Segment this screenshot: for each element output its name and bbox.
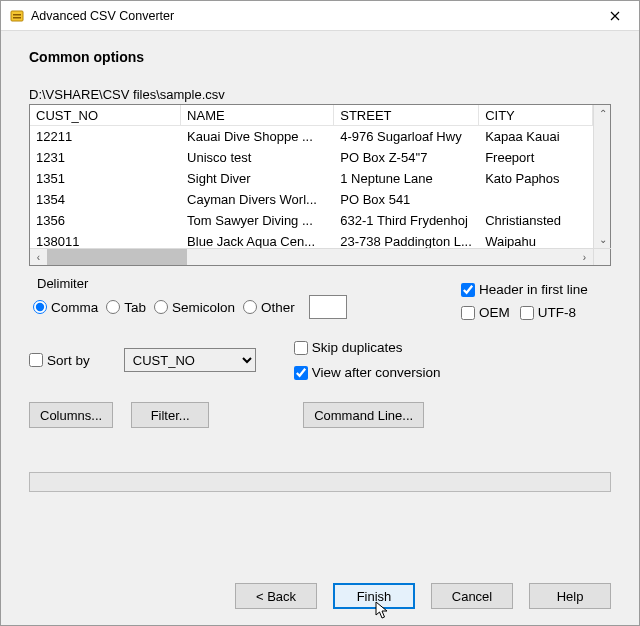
column-header[interactable]: CITY bbox=[479, 105, 593, 126]
check-header-first-line[interactable]: Header in first line bbox=[461, 282, 611, 297]
column-header[interactable]: NAME bbox=[181, 105, 334, 126]
table-row[interactable]: 1354 Cayman Divers Worl... PO Box 541 bbox=[30, 189, 593, 210]
vertical-scrollbar[interactable]: ⌃ ⌄ bbox=[593, 105, 610, 265]
help-button[interactable]: Help bbox=[529, 583, 611, 609]
filter-button[interactable]: Filter... bbox=[131, 402, 209, 428]
preview-table: CUST_NO NAME STREET CITY 12211 Kauai Div… bbox=[29, 104, 611, 266]
delimiter-label: Delimiter bbox=[37, 276, 461, 291]
table-row[interactable]: 12211 Kauai Dive Shoppe ... 4-976 Sugarl… bbox=[30, 126, 593, 147]
radio-tab[interactable]: Tab bbox=[106, 300, 146, 315]
table-row[interactable]: 1351 Sight Diver 1 Neptune Lane Kato Pap… bbox=[30, 168, 593, 189]
column-header[interactable]: CUST_NO bbox=[30, 105, 181, 126]
radio-semicolon[interactable]: Semicolon bbox=[154, 300, 235, 315]
svg-rect-0 bbox=[11, 11, 23, 21]
scroll-right-icon[interactable]: › bbox=[576, 249, 593, 265]
table-header-row: CUST_NO NAME STREET CITY bbox=[30, 105, 593, 126]
scroll-up-icon[interactable]: ⌃ bbox=[594, 105, 611, 122]
check-sort-by[interactable]: Sort by bbox=[29, 353, 90, 368]
horizontal-scrollbar[interactable]: ‹ › bbox=[30, 248, 593, 265]
check-view-after[interactable]: View after conversion bbox=[294, 365, 441, 380]
sort-field-combo[interactable]: CUST_NO bbox=[124, 348, 256, 372]
other-delimiter-input[interactable] bbox=[309, 295, 347, 319]
scroll-down-icon[interactable]: ⌄ bbox=[594, 231, 611, 248]
radio-other[interactable]: Other bbox=[243, 300, 295, 315]
progress-bar bbox=[29, 472, 611, 492]
finish-button[interactable]: Finish bbox=[333, 583, 415, 609]
file-path: D:\VSHARE\CSV files\sample.csv bbox=[29, 87, 611, 102]
wizard-footer: < Back Finish Cancel Help bbox=[1, 569, 639, 625]
svg-rect-2 bbox=[13, 17, 21, 19]
scroll-left-icon[interactable]: ‹ bbox=[30, 249, 47, 265]
titlebar: Advanced CSV Converter bbox=[1, 1, 639, 31]
cancel-button[interactable]: Cancel bbox=[431, 583, 513, 609]
main-window: Advanced CSV Converter Common options D:… bbox=[0, 0, 640, 626]
section-title: Common options bbox=[1, 31, 639, 87]
check-oem[interactable]: OEM bbox=[461, 305, 510, 320]
table-row[interactable]: 1356 Tom Sawyer Diving ... 632-1 Third F… bbox=[30, 210, 593, 231]
svg-rect-1 bbox=[13, 14, 21, 16]
columns-button[interactable]: Columns... bbox=[29, 402, 113, 428]
radio-comma[interactable]: Comma bbox=[33, 300, 98, 315]
back-button[interactable]: < Back bbox=[235, 583, 317, 609]
command-line-button[interactable]: Command Line... bbox=[303, 402, 424, 428]
window-title: Advanced CSV Converter bbox=[31, 9, 593, 23]
column-header[interactable]: STREET bbox=[334, 105, 479, 126]
table-row[interactable]: 1231 Unisco test PO Box Z-54''7 Freeport bbox=[30, 147, 593, 168]
close-button[interactable] bbox=[593, 2, 637, 30]
check-utf8[interactable]: UTF-8 bbox=[520, 305, 576, 320]
check-skip-duplicates[interactable]: Skip duplicates bbox=[294, 340, 441, 355]
app-icon bbox=[9, 8, 25, 24]
